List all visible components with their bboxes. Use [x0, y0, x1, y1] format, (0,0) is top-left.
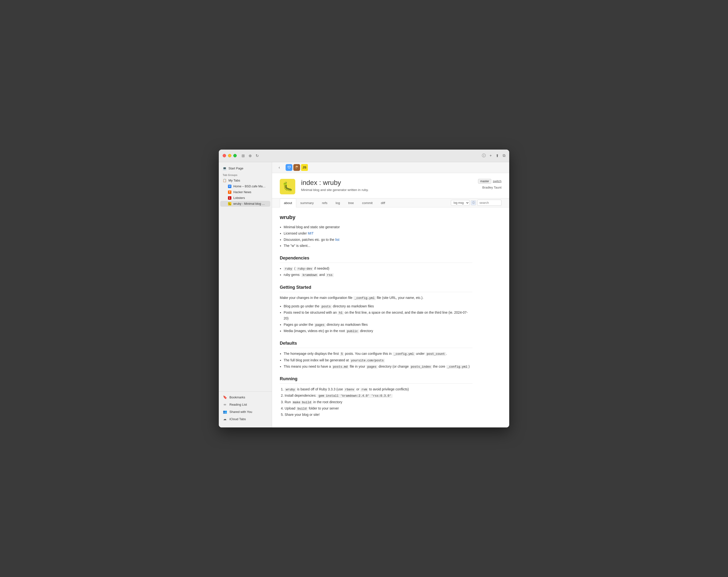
my-tabs-label: My Tabs — [229, 179, 240, 182]
reading-list-item[interactable]: ∞ Reading List — [219, 401, 272, 408]
sidebar-item-wruby[interactable]: 🐛 wruby - Minimal blog and site g... — [220, 201, 270, 207]
nav-bar: ‹ 🛡 📦 JS — [272, 162, 509, 173]
mastodon-favicon: M — [228, 185, 231, 188]
sidebar-toggle-icon[interactable]: ⊞ — [241, 153, 245, 158]
repo-avatar: 🐛 — [280, 179, 295, 194]
list-item: Pages go under the pages directory as ma… — [284, 322, 472, 328]
defaults-heading: Defaults — [280, 341, 472, 348]
list-item: Blog posts go under the posts directory … — [284, 304, 472, 309]
list-item: This means you need to have a posts.md f… — [284, 364, 472, 370]
tab-log[interactable]: log — [332, 199, 344, 207]
lobsters-tab-label: Lobsters — [233, 196, 245, 200]
titlebar-controls: ⊞ ⊕ ↻ — [241, 153, 259, 158]
main-layout: 💻 Start Page Tab Groups 📋 My Tabs M Home… — [219, 162, 509, 427]
branch-switcher: master switch — [478, 179, 501, 184]
repo-header-right: master switch Bradley Taunt — [478, 179, 501, 189]
titlebar-right: ⓘ + ⬆ ⧉ — [482, 153, 505, 158]
list-item: Share your blog or site! — [285, 412, 472, 418]
list-item: Install dependencies: gem install 'kramd… — [285, 393, 472, 399]
list-item: Upload build folder to your server — [285, 405, 472, 412]
new-tab-icon[interactable]: ⊕ — [249, 153, 252, 158]
start-page-icon: 💻 — [223, 166, 227, 170]
wruby-favicon: 🐛 — [228, 202, 231, 206]
shared-with-you-label: Shared with You — [229, 410, 252, 414]
shared-with-you-icon: 👥 — [223, 410, 227, 414]
repo-info: index : wruby Minimal blog and site gene… — [301, 179, 501, 192]
list-item: Posts need to be structured with an h1 o… — [284, 310, 472, 321]
icloud-tabs-icon: ☁ — [223, 417, 227, 421]
list-item: Media (images, videos etc) go in the roo… — [284, 328, 472, 334]
icloud-tabs-item[interactable]: ☁ iCloud Tabs — [219, 415, 272, 423]
hackernews-tab-label: Hacker News — [233, 190, 251, 194]
reading-list-icon: ∞ — [223, 402, 227, 406]
branch-badge: master — [478, 179, 491, 184]
list-item: Run make build in the root directory — [285, 399, 472, 405]
list-item: ruby ( ruby-dev if needed) — [284, 266, 472, 271]
switch-button[interactable]: switch — [493, 179, 501, 183]
titlebar: ⊞ ⊕ ↻ ⓘ + ⬆ ⧉ — [219, 150, 509, 162]
tabs-overview-icon[interactable]: ⧉ — [503, 153, 505, 158]
tab-about[interactable]: about — [280, 199, 296, 207]
start-page-item[interactable]: 💻 Start Page — [219, 165, 272, 172]
getting-started-intro: Make your changes in the main configurat… — [280, 295, 472, 300]
bookmarks-icon: 🔖 — [223, 395, 227, 399]
close-button[interactable] — [223, 154, 226, 157]
add-tab-icon[interactable]: + — [490, 153, 492, 158]
repo-description: Minimal blog and site generator written … — [301, 188, 501, 192]
sidebar-bottom: 🔖 Bookmarks ∞ Reading List 👥 Shared with… — [219, 391, 272, 424]
wruby-tab-label: wruby - Minimal blog and site g... — [233, 202, 266, 206]
repo-header: 🐛 index : wruby Minimal blog and site ge… — [272, 173, 509, 199]
list-item: The homepage only displays the first 5 p… — [284, 351, 472, 357]
js-extension-icon[interactable]: JS — [301, 164, 308, 171]
tab-commit[interactable]: commit — [358, 199, 377, 207]
info-icon[interactable]: ⓘ — [482, 153, 486, 158]
hackernews-favicon: Y — [228, 190, 231, 194]
browser-window: ⊞ ⊕ ↻ ⓘ + ⬆ ⧉ 💻 Start Page Tab Groups 📋 … — [219, 150, 509, 427]
bookmarks-item[interactable]: 🔖 Bookmarks — [219, 394, 272, 401]
list-item: wruby is based off of Ruby 3.3.3 (use rb… — [285, 387, 472, 392]
mit-link[interactable]: MIT — [308, 231, 314, 235]
article-content: wruby Minimal blog and static site gener… — [272, 207, 480, 427]
tab-summary[interactable]: summary — [296, 199, 318, 207]
sidebar-item-lobsters[interactable]: L Lobsters — [220, 195, 270, 201]
shield-extension-icon[interactable]: 🛡 — [286, 164, 292, 171]
minimize-button[interactable] — [228, 154, 231, 157]
extension-icons: 🛡 📦 JS — [286, 164, 308, 171]
share-icon[interactable]: ⬆ — [496, 153, 499, 158]
sidebar-item-hackernews[interactable]: Y Hacker News — [220, 189, 270, 195]
back-button[interactable]: ‹ — [276, 164, 283, 171]
running-list: wruby is based off of Ruby 3.3.3 (use rb… — [285, 387, 472, 418]
tab-groups-label: Tab Groups — [219, 172, 272, 177]
search-input[interactable] — [477, 200, 501, 206]
tab-diff[interactable]: diff — [377, 199, 389, 207]
running-heading: Running — [280, 376, 472, 384]
search-type-select[interactable]: log msg — [451, 200, 470, 206]
repo-tab-nav: about summary refs log tree commit diff … — [272, 199, 509, 207]
traffic-lights — [223, 154, 237, 157]
maximize-button[interactable] — [233, 154, 237, 157]
mastodon-tab-label: Home – BSD.cafe Mastodon Por... — [233, 185, 266, 188]
search-type-icon: ⓘ — [471, 201, 476, 205]
deps-heading: Dependencies — [280, 256, 472, 263]
my-tabs-icon: 📋 — [223, 179, 227, 182]
cube-extension-icon[interactable]: 📦 — [293, 164, 300, 171]
refresh-icon[interactable]: ↻ — [256, 153, 259, 158]
intro-list: Minimal blog and static site generator L… — [284, 225, 472, 249]
my-tabs-group[interactable]: 📋 My Tabs — [219, 177, 272, 183]
bookmarks-label: Bookmarks — [229, 395, 245, 399]
shared-with-you-item[interactable]: 👥 Shared with You — [219, 408, 272, 415]
list-item: The full blog post index will be generat… — [284, 358, 472, 363]
list-item: ruby gems: kramdown and rss — [284, 272, 472, 278]
list-link[interactable]: list — [335, 238, 339, 241]
start-page-label: Start Page — [229, 166, 243, 170]
lobsters-favicon: L — [228, 196, 231, 200]
content-area: ‹ 🛡 📦 JS 🐛 index : wruby Minimal blog an… — [272, 162, 509, 427]
sidebar-item-mastodon[interactable]: M Home – BSD.cafe Mastodon Por... — [220, 183, 270, 189]
tab-refs[interactable]: refs — [318, 199, 332, 207]
reading-list-label: Reading List — [229, 403, 247, 406]
tab-nav-search: log msg ⓘ — [451, 200, 501, 206]
repo-title: index : wruby — [301, 179, 501, 187]
page-content[interactable]: 🐛 index : wruby Minimal blog and site ge… — [272, 173, 509, 427]
list-item: Licensed under MIT — [284, 231, 472, 236]
tab-tree[interactable]: tree — [344, 199, 358, 207]
